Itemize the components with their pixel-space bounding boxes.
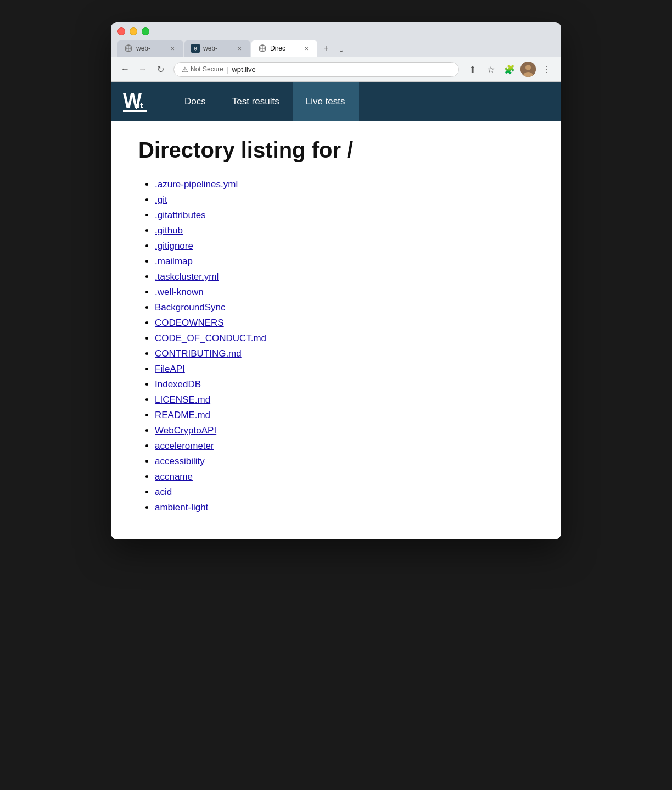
file-link[interactable]: CODE_OF_CONDUCT.md bbox=[155, 333, 266, 343]
tab2-title: web- bbox=[203, 44, 232, 52]
site-navigation: W ₚₜ Docs Test results Live tests bbox=[111, 82, 561, 121]
list-item: CODEOWNERS bbox=[155, 318, 534, 329]
file-link[interactable]: .mailmap bbox=[155, 256, 193, 266]
new-tab-button[interactable]: + bbox=[318, 41, 334, 56]
svg-point-9 bbox=[525, 65, 531, 70]
nav-buttons: ← → ↻ bbox=[117, 62, 168, 77]
tab3-close[interactable]: ✕ bbox=[302, 44, 311, 53]
list-item: .gitattributes bbox=[155, 210, 534, 221]
browser-window: web- ✕ Ŗ web- ✕ Direc bbox=[111, 22, 561, 539]
list-item: LICENSE.md bbox=[155, 394, 534, 405]
file-link[interactable]: LICENSE.md bbox=[155, 394, 210, 405]
list-item: .git bbox=[155, 194, 534, 205]
tab2-close[interactable]: ✕ bbox=[235, 44, 244, 53]
list-item: accname bbox=[155, 471, 534, 482]
close-button[interactable] bbox=[117, 27, 125, 35]
security-warning: ⚠ Not Secure bbox=[182, 65, 223, 74]
list-item: IndexedDB bbox=[155, 379, 534, 390]
file-link[interactable]: ambient-light bbox=[155, 502, 208, 513]
list-item: accessibility bbox=[155, 456, 534, 467]
minimize-button[interactable] bbox=[130, 27, 137, 35]
menu-icon[interactable]: ⋮ bbox=[539, 62, 555, 77]
not-secure-label: Not Secure bbox=[191, 65, 223, 73]
share-icon[interactable]: ⬆ bbox=[464, 62, 480, 77]
user-avatar[interactable] bbox=[520, 62, 536, 77]
tab1-close[interactable]: ✕ bbox=[168, 44, 177, 53]
file-link[interactable]: README.md bbox=[155, 410, 210, 420]
list-item: .well-known bbox=[155, 287, 534, 298]
reload-button[interactable]: ↻ bbox=[153, 62, 168, 77]
file-link[interactable]: accessibility bbox=[155, 456, 205, 466]
file-link[interactable]: .well-known bbox=[155, 287, 204, 297]
file-link[interactable]: acid bbox=[155, 487, 172, 497]
list-item: .github bbox=[155, 225, 534, 236]
list-item: .azure-pipelines.yml bbox=[155, 179, 534, 190]
tab3-favicon bbox=[258, 44, 267, 53]
tab2-favicon: Ŗ bbox=[191, 44, 200, 53]
traffic-lights bbox=[117, 27, 555, 35]
tab-overflow-button[interactable]: ⌄ bbox=[335, 43, 348, 56]
url-text: wpt.live bbox=[232, 65, 255, 74]
list-item: CODE_OF_CONDUCT.md bbox=[155, 333, 534, 344]
list-item: WebCryptoAPI bbox=[155, 425, 534, 436]
list-item: FileAPI bbox=[155, 364, 534, 375]
toolbar-icons: ⬆ ☆ 🧩 ⋮ bbox=[464, 62, 555, 77]
list-item: CONTRIBUTING.md bbox=[155, 348, 534, 359]
browser-tab-1[interactable]: web- ✕ bbox=[117, 40, 183, 57]
back-button[interactable]: ← bbox=[117, 62, 133, 77]
bookmark-icon[interactable]: ☆ bbox=[483, 62, 499, 77]
url-divider: | bbox=[227, 65, 228, 74]
forward-button[interactable]: → bbox=[135, 62, 150, 77]
list-item: .gitignore bbox=[155, 241, 534, 252]
list-item: accelerometer bbox=[155, 441, 534, 452]
list-item: README.md bbox=[155, 410, 534, 421]
browser-tab-2[interactable]: Ŗ web- ✕ bbox=[184, 40, 250, 57]
file-link[interactable]: .azure-pipelines.yml bbox=[155, 179, 238, 190]
site-content: Directory listing for / .azure-pipelines… bbox=[111, 121, 561, 539]
tab3-title: Direc bbox=[270, 44, 299, 52]
file-link[interactable]: BackgroundSync bbox=[155, 302, 226, 313]
list-item: .taskcluster.yml bbox=[155, 271, 534, 282]
chrome-titlebar: web- ✕ Ŗ web- ✕ Direc bbox=[111, 22, 561, 57]
file-link[interactable]: .github bbox=[155, 225, 183, 236]
file-link[interactable]: accelerometer bbox=[155, 441, 214, 451]
file-link[interactable]: IndexedDB bbox=[155, 379, 201, 390]
page-title: Directory listing for / bbox=[138, 138, 534, 163]
file-link[interactable]: .taskcluster.yml bbox=[155, 271, 219, 282]
file-link[interactable]: FileAPI bbox=[155, 364, 185, 374]
address-bar-container: ← → ↻ ⚠ Not Secure | wpt.live ⬆ ☆ 🧩 bbox=[111, 57, 561, 82]
file-list: .azure-pipelines.yml.git.gitattributes.g… bbox=[138, 179, 534, 513]
tab1-favicon bbox=[124, 44, 133, 53]
site-nav-links: Docs Test results Live tests bbox=[171, 82, 359, 121]
list-item: .mailmap bbox=[155, 256, 534, 267]
file-link[interactable]: WebCryptoAPI bbox=[155, 425, 216, 436]
nav-docs[interactable]: Docs bbox=[171, 82, 219, 121]
nav-test-results[interactable]: Test results bbox=[219, 82, 293, 121]
tab-bar: web- ✕ Ŗ web- ✕ Direc bbox=[117, 40, 555, 57]
svg-text:ₚₜ: ₚₜ bbox=[135, 98, 143, 110]
site-logo[interactable]: W ₚₜ bbox=[122, 87, 149, 116]
list-item: acid bbox=[155, 487, 534, 498]
list-item: ambient-light bbox=[155, 502, 534, 513]
file-link[interactable]: accname bbox=[155, 471, 193, 482]
file-link[interactable]: CODEOWNERS bbox=[155, 318, 224, 328]
url-bar[interactable]: ⚠ Not Secure | wpt.live bbox=[173, 62, 459, 77]
browser-tab-3[interactable]: Direc ✕ bbox=[251, 40, 317, 57]
file-link[interactable]: .gitattributes bbox=[155, 210, 206, 220]
extensions-icon[interactable]: 🧩 bbox=[502, 62, 517, 77]
file-link[interactable]: .git bbox=[155, 194, 167, 205]
nav-live-tests[interactable]: Live tests bbox=[293, 82, 359, 121]
tab1-title: web- bbox=[136, 44, 165, 52]
maximize-button[interactable] bbox=[142, 27, 149, 35]
list-item: BackgroundSync bbox=[155, 302, 534, 313]
file-link[interactable]: CONTRIBUTING.md bbox=[155, 348, 242, 359]
file-link[interactable]: .gitignore bbox=[155, 241, 193, 251]
warning-icon: ⚠ bbox=[182, 65, 188, 74]
